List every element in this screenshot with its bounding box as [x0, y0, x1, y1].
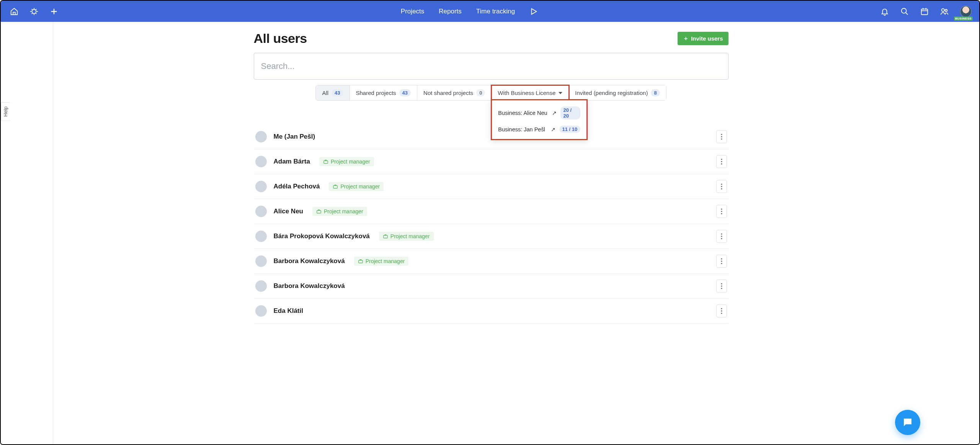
left-gutter: Help [1, 22, 53, 444]
avatar [255, 280, 267, 292]
plus-icon[interactable] [50, 7, 58, 16]
play-icon[interactable] [529, 7, 538, 16]
chat-fab[interactable] [895, 410, 920, 435]
invite-users-button[interactable]: ＋ Invite users [678, 32, 728, 45]
arrow-ne-icon: ↗ [551, 126, 555, 133]
svg-point-0 [32, 9, 36, 13]
svg-point-22 [721, 236, 722, 237]
svg-rect-24 [358, 260, 363, 263]
filter-not-shared-count: 0 [476, 89, 485, 97]
user-row[interactable]: Eda Klátil [254, 299, 728, 324]
svg-point-1 [902, 8, 906, 13]
help-tab[interactable]: Help [1, 102, 10, 121]
filter-shared[interactable]: Shared projects 43 [350, 85, 418, 100]
row-menu-button[interactable] [716, 230, 727, 243]
svg-point-29 [721, 285, 722, 286]
home-icon[interactable] [10, 7, 18, 16]
svg-point-6 [721, 136, 722, 137]
svg-point-5 [721, 134, 722, 135]
chat-icon [902, 417, 913, 428]
role-badge: Project manager [354, 257, 409, 266]
invite-users-label: Invite users [691, 35, 723, 42]
role-badge: Project manager [312, 207, 367, 216]
filter-all-count: 43 [332, 89, 343, 97]
search-box[interactable] [254, 53, 728, 80]
svg-point-31 [721, 308, 722, 309]
avatar[interactable]: BUSINESS [960, 6, 972, 17]
filter-shared-count: 43 [399, 89, 411, 97]
nav-time-tracking[interactable]: Time tracking [476, 8, 515, 15]
svg-point-3 [942, 8, 944, 11]
nav-projects[interactable]: Projects [401, 8, 424, 15]
search-icon[interactable] [900, 7, 909, 16]
page-title: All users [254, 31, 307, 46]
svg-point-28 [721, 283, 722, 284]
license-option-ratio: 20 / 20 [560, 106, 581, 119]
license-option[interactable]: Business: Jan Pešl ↗ 11 / 10 [492, 123, 586, 136]
user-name: Adam Bárta [274, 158, 310, 165]
row-menu-button[interactable] [716, 180, 727, 193]
user-row[interactable]: Barbora Kowalczyková [254, 274, 728, 299]
search-input[interactable] [261, 61, 721, 71]
user-row[interactable]: Barbora KowalczykováProject manager [254, 249, 728, 274]
kebab-icon [721, 134, 722, 140]
nav-reports[interactable]: Reports [439, 8, 462, 15]
user-name: Bára Prokopová Kowalczyková [274, 232, 370, 240]
avatar [255, 255, 267, 267]
right-gutter [933, 22, 979, 444]
kebab-icon [721, 283, 722, 289]
user-row[interactable]: Adam BártaProject manager [254, 149, 728, 174]
plus-icon: ＋ [683, 35, 689, 42]
user-row[interactable]: Alice NeuProject manager [254, 199, 728, 224]
filter-invited[interactable]: Invited (pending registration) 8 [569, 85, 666, 100]
svg-point-11 [721, 163, 722, 164]
svg-point-25 [721, 258, 722, 259]
user-name: Alice Neu [274, 208, 303, 215]
row-menu-button[interactable] [716, 304, 727, 317]
user-name: Adéla Pechová [274, 183, 320, 190]
gear-icon[interactable] [30, 7, 38, 16]
kebab-icon [721, 159, 722, 165]
filter-tabs: All 43 Shared projects 43 Not shared pro… [315, 85, 666, 101]
kebab-icon [721, 208, 722, 214]
topbar: Projects Reports Time tracking BUSINESS [1, 1, 979, 22]
avatar [255, 181, 267, 192]
calendar-icon[interactable] [920, 7, 929, 16]
filter-not-shared[interactable]: Not shared projects 0 [417, 85, 492, 100]
filter-all[interactable]: All 43 [316, 85, 350, 100]
svg-rect-8 [324, 161, 328, 164]
arrow-ne-icon: ↗ [552, 110, 557, 116]
people-icon[interactable] [940, 7, 949, 16]
row-menu-button[interactable] [716, 155, 727, 168]
avatar [255, 156, 267, 167]
svg-point-32 [721, 310, 722, 311]
role-badge: Project manager [319, 157, 374, 166]
role-badge: Project manager [379, 232, 434, 241]
filter-with-license[interactable]: With Business License Business: Alice Ne… [492, 85, 569, 100]
avatar [255, 305, 267, 317]
svg-point-33 [721, 312, 722, 314]
row-menu-button[interactable] [716, 255, 727, 268]
kebab-icon [721, 183, 722, 190]
bell-icon[interactable] [880, 7, 889, 16]
svg-rect-16 [317, 211, 321, 213]
user-name: Me (Jan Pešl) [274, 133, 315, 141]
user-name: Barbora Kowalczyková [274, 257, 345, 265]
svg-point-10 [721, 161, 722, 162]
license-option[interactable]: Business: Alice Neu ↗ 20 / 20 [492, 103, 586, 123]
avatar [255, 231, 267, 242]
svg-rect-12 [333, 186, 338, 188]
row-menu-button[interactable] [716, 280, 727, 293]
svg-point-15 [721, 188, 722, 189]
svg-point-9 [721, 159, 722, 160]
license-option-ratio: 11 / 10 [559, 126, 581, 133]
user-row[interactable]: Adéla PechováProject manager [254, 174, 728, 199]
row-menu-button[interactable] [716, 205, 727, 218]
svg-point-7 [721, 138, 722, 139]
user-list: Me (Jan Pešl)Adam BártaProject managerAd… [254, 124, 728, 324]
filter-all-label: All [322, 90, 328, 96]
svg-point-17 [721, 208, 722, 209]
svg-point-13 [721, 183, 722, 185]
user-row[interactable]: Bára Prokopová KowalczykováProject manag… [254, 224, 728, 249]
row-menu-button[interactable] [716, 130, 727, 143]
